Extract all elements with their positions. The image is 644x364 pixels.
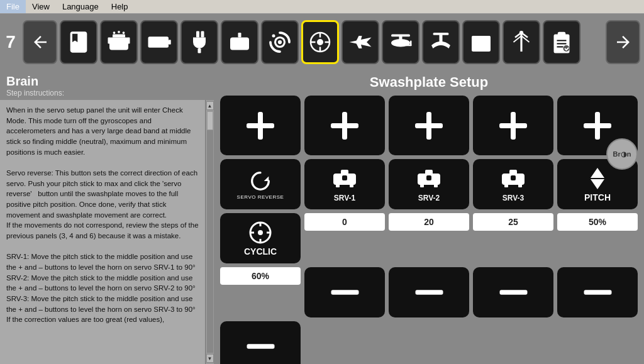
svg-rect-63 [336, 184, 340, 187]
forward-button[interactable] [606, 20, 640, 64]
scrollbar[interactable]: ▲ ▼ [205, 100, 214, 364]
heli-button[interactable] [382, 20, 419, 64]
minus-btn-1[interactable] [304, 267, 385, 317]
scroll-up[interactable]: ▲ [206, 101, 214, 110]
scroll-track [207, 111, 213, 353]
plus-btn-pitch[interactable] [473, 96, 553, 155]
srv3-btn[interactable]: SRV-3 [473, 159, 553, 209]
cyclic-label: CYCLIC [244, 246, 277, 256]
swashplate-button[interactable] [301, 20, 339, 64]
svg-rect-59 [584, 123, 611, 128]
svg-rect-11 [196, 31, 199, 38]
minus-btn-cyclic[interactable] [220, 321, 301, 364]
svg-rect-73 [504, 184, 508, 187]
svg-rect-88 [247, 344, 274, 348]
srv1-label: SRV-1 [334, 194, 355, 202]
menu-view[interactable]: View [26, 0, 56, 13]
panel-title: Brain [6, 74, 208, 89]
right-panel: Swashplate Setup [214, 70, 644, 364]
svg-rect-53 [331, 123, 358, 128]
svg-rect-72 [509, 170, 517, 175]
svg-rect-1 [108, 38, 111, 44]
clipboard-button[interactable] [543, 20, 580, 64]
svg-rect-55 [415, 123, 443, 128]
cyclic-btn[interactable]: CYCLIC [220, 213, 301, 263]
minus-btn-pitch[interactable] [557, 267, 638, 317]
menu-help[interactable]: Help [105, 0, 135, 13]
scroll-down[interactable]: ▼ [206, 354, 214, 363]
svg-point-83 [258, 230, 263, 235]
srv2-label: SRV-2 [418, 194, 440, 202]
battery-button[interactable] [140, 20, 178, 64]
instruction-text: When in the servo setup panel the unit w… [0, 100, 205, 364]
servo-reverse-btn[interactable]: SERVO REVERSE [220, 159, 301, 209]
svg-marker-77 [591, 179, 604, 189]
svg-rect-68 [420, 184, 424, 187]
svg-point-23 [317, 39, 323, 45]
value-cell-5: 60% [220, 267, 301, 285]
srv1-btn[interactable]: SRV-1 [304, 159, 385, 209]
radio-button[interactable] [221, 20, 258, 64]
svg-rect-16 [242, 40, 248, 42]
gyro-button[interactable] [261, 20, 299, 64]
box-button[interactable] [462, 20, 500, 64]
pitch-label: PITCH [584, 192, 611, 202]
left-panel: Brain Step instructions: When in the ser… [0, 70, 214, 364]
svg-rect-65 [342, 175, 347, 180]
svg-rect-67 [425, 170, 433, 175]
menubar: File View Language Help [0, 0, 644, 14]
svg-point-4 [113, 31, 116, 34]
servo-grid: SERVO REVERSE SRV-1 [220, 96, 638, 364]
svg-point-6 [123, 31, 125, 34]
brain-logo: Br◑n [606, 138, 638, 170]
svg-rect-51 [247, 123, 274, 128]
srv3-label: SRV-3 [502, 194, 524, 202]
svg-rect-64 [350, 184, 353, 187]
antenna-button[interactable] [502, 20, 540, 64]
minus-btn-2[interactable] [389, 267, 469, 317]
svg-rect-37 [479, 36, 484, 41]
svg-rect-70 [426, 175, 431, 180]
svg-rect-69 [434, 184, 438, 187]
svg-rect-12 [201, 31, 204, 38]
plus-btn-1[interactable] [220, 96, 301, 155]
svg-rect-13 [198, 48, 201, 53]
svg-rect-75 [511, 175, 516, 180]
page-number: 7 [4, 32, 18, 52]
section-title: Swashplate Setup [220, 74, 638, 91]
minus-btn-3[interactable] [473, 267, 553, 317]
menu-file[interactable]: File [0, 0, 26, 13]
svg-rect-30 [391, 35, 410, 37]
back-button[interactable] [23, 20, 57, 64]
svg-rect-33 [440, 35, 443, 46]
svg-rect-84 [331, 290, 358, 294]
value-cell-2: 20 [389, 213, 469, 231]
plug-button[interactable] [180, 20, 218, 64]
svg-point-20 [278, 40, 282, 44]
pot-button[interactable] [100, 20, 138, 64]
plus-btn-2[interactable] [304, 96, 385, 155]
book-button[interactable] [60, 20, 97, 64]
svg-rect-74 [518, 184, 522, 187]
svg-point-21 [272, 35, 275, 38]
left-header: Brain Step instructions: [0, 70, 214, 100]
svg-rect-2 [127, 38, 130, 44]
svg-rect-3 [113, 35, 125, 38]
menu-language[interactable]: Language [56, 0, 105, 13]
plane-button[interactable] [341, 20, 379, 64]
svg-rect-57 [499, 123, 527, 128]
srv2-btn[interactable]: SRV-2 [389, 159, 469, 209]
left-text-area: When in the servo setup panel the unit w… [0, 100, 214, 364]
plus-btn-3[interactable] [389, 96, 469, 155]
svg-rect-10 [156, 39, 160, 45]
svg-rect-34 [433, 33, 449, 35]
svg-rect-85 [415, 290, 443, 294]
svg-marker-60 [264, 176, 269, 181]
scroll-thumb[interactable] [207, 111, 213, 130]
value-cell-4: 50% [557, 213, 638, 231]
toolbar: 7 [0, 14, 644, 70]
svg-rect-0 [109, 38, 128, 50]
servo-reverse-label: SERVO REVERSE [237, 194, 284, 200]
heli2-button[interactable] [422, 20, 460, 64]
svg-rect-62 [341, 170, 348, 175]
